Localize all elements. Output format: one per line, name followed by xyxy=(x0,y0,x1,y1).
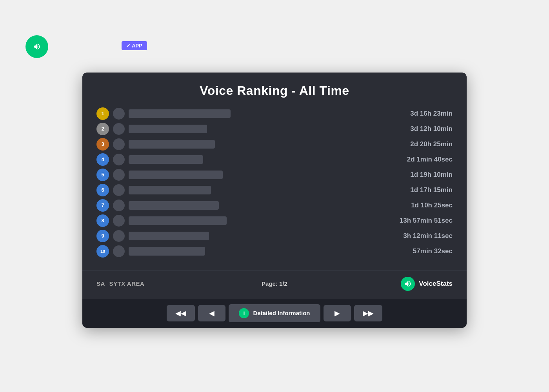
panel-footer: SA SYTX AREA Page: 1/2 VoiceStats xyxy=(82,270,467,299)
name-bar xyxy=(129,232,209,240)
footer-server-name: SYTX AREA xyxy=(109,280,145,287)
control-bar: ◀◀ ◀ i Detailed Information ▶ ▶▶ xyxy=(82,299,467,328)
time-value: 3d 16h 23min xyxy=(374,110,453,118)
table-row: 7 1d 10h 25sec xyxy=(96,199,453,212)
speaker-icon-topleft xyxy=(25,35,48,58)
footer-page: Page: 1/2 xyxy=(262,280,287,287)
name-bar xyxy=(129,216,227,225)
rank-badge-1: 1 xyxy=(96,107,109,120)
table-row: 8 13h 57min 51sec xyxy=(96,214,453,227)
table-row: 6 1d 17h 15min xyxy=(96,184,453,196)
time-value: 1d 19h 10min xyxy=(374,171,453,179)
rank-badge-10: 10 xyxy=(96,245,109,258)
avatar xyxy=(113,245,125,257)
footer-server-prefix: SA xyxy=(96,280,105,287)
time-value: 3d 12h 10min xyxy=(374,125,453,133)
name-bar xyxy=(129,109,231,118)
rank-badge-7: 7 xyxy=(96,199,109,212)
time-value: 2d 1min 40sec xyxy=(374,156,453,163)
footer-speaker-icon xyxy=(401,277,415,291)
name-bar xyxy=(129,247,205,256)
panel-title: Voice Ranking - All Time xyxy=(96,83,453,98)
table-row: 3 2d 20h 25min xyxy=(96,138,453,151)
rankings-list: 1 3d 16h 23min 2 3d 12h 10min 3 2d 20h 2… xyxy=(96,107,453,258)
avatar xyxy=(113,215,125,227)
avatar xyxy=(113,108,125,120)
name-bar xyxy=(129,140,215,149)
time-value: 2d 20h 25min xyxy=(374,140,453,148)
footer-brand-name: VoiceStats xyxy=(419,280,453,288)
rewind-button[interactable]: ◀ xyxy=(198,305,225,321)
table-row: 10 57min 32sec xyxy=(96,245,453,258)
rewind-double-button[interactable]: ◀◀ xyxy=(167,305,195,321)
footer-server: SA SYTX AREA xyxy=(96,280,147,287)
footer-brand: VoiceStats xyxy=(401,277,453,291)
time-value: 1d 17h 15min xyxy=(374,186,453,194)
table-row: 4 2d 1min 40sec xyxy=(96,153,453,166)
time-value: 1d 10h 25sec xyxy=(374,201,453,209)
info-circle-icon: i xyxy=(239,308,249,318)
rank-badge-3: 3 xyxy=(96,138,109,151)
rank-badge-4: 4 xyxy=(96,153,109,166)
speaker-svg xyxy=(33,43,41,51)
app-badge[interactable]: ✓ APP xyxy=(122,41,147,50)
name-bar xyxy=(129,186,211,194)
speaker-brand-svg xyxy=(404,280,412,288)
table-row: 2 3d 12h 10min xyxy=(96,123,453,135)
rank-badge-5: 5 xyxy=(96,169,109,181)
avatar xyxy=(113,123,125,135)
name-bar xyxy=(129,201,219,210)
avatar xyxy=(113,184,125,196)
table-row: 1 3d 16h 23min xyxy=(96,107,453,120)
detailed-info-button[interactable]: i Detailed Information xyxy=(229,304,320,322)
avatar xyxy=(113,138,125,150)
time-value: 3h 12min 11sec xyxy=(374,232,453,240)
table-row: 9 3h 12min 11sec xyxy=(96,230,453,242)
time-value: 57min 32sec xyxy=(374,247,453,255)
avatar xyxy=(113,154,125,165)
app-badge-label: ✓ APP xyxy=(126,43,142,49)
rank-badge-6: 6 xyxy=(96,184,109,196)
main-panel: Voice Ranking - All Time 1 3d 16h 23min … xyxy=(82,73,467,328)
rank-badge-8: 8 xyxy=(96,214,109,227)
name-bar xyxy=(129,155,203,164)
play-button[interactable]: ▶ xyxy=(324,305,351,321)
rank-badge-9: 9 xyxy=(96,230,109,242)
avatar xyxy=(113,230,125,242)
forward-double-button[interactable]: ▶▶ xyxy=(354,305,382,321)
panel-content: Voice Ranking - All Time 1 3d 16h 23min … xyxy=(82,73,467,265)
name-bar xyxy=(129,171,223,179)
rank-badge-2: 2 xyxy=(96,123,109,135)
name-bar xyxy=(129,125,207,133)
table-row: 5 1d 19h 10min xyxy=(96,169,453,181)
time-value: 13h 57min 51sec xyxy=(374,217,453,225)
avatar xyxy=(113,169,125,181)
avatar xyxy=(113,200,125,211)
info-label: Detailed Information xyxy=(253,310,310,316)
